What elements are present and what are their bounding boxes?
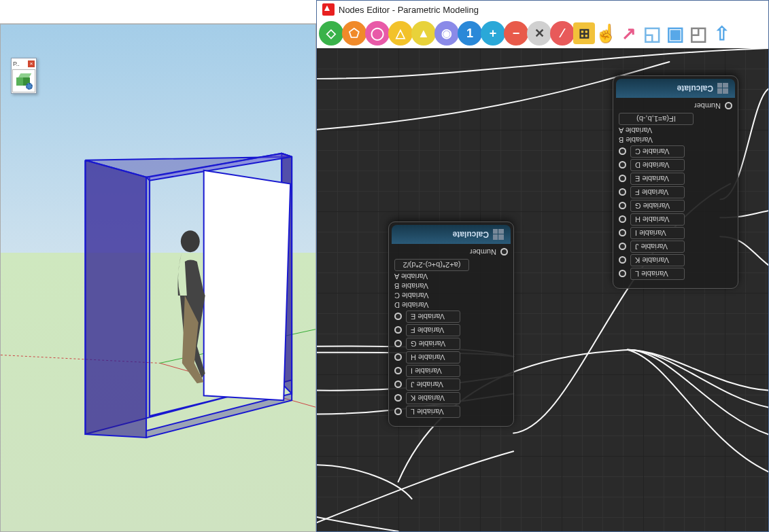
variable-field[interactable]: Variable G bbox=[406, 338, 460, 350]
variable-label: Variable B bbox=[619, 136, 653, 144]
formula-field[interactable]: IF(a=1,b,-b) bbox=[619, 113, 694, 125]
formula-field[interactable]: (a+2*(b+c)-2*d)/2 bbox=[394, 259, 469, 271]
variable-input-row[interactable]: Variable G bbox=[619, 200, 732, 212]
node-canvas[interactable]: Variable LVariable KVariable JVariable I… bbox=[317, 48, 768, 531]
add-icon[interactable]: + bbox=[481, 21, 505, 46]
input-port[interactable] bbox=[619, 216, 626, 224]
variable-input-row[interactable]: Variable J bbox=[619, 241, 732, 253]
variable-input-row[interactable]: Variable K bbox=[619, 254, 732, 266]
variable-field[interactable]: Variable J bbox=[406, 378, 460, 391]
variable-field[interactable]: Variable F bbox=[406, 324, 460, 336]
multiply-icon[interactable]: ✕ bbox=[527, 21, 551, 46]
variable-label-row: Variable B bbox=[619, 136, 732, 144]
input-port[interactable] bbox=[394, 327, 402, 334]
svg-point-4 bbox=[181, 230, 200, 252]
divide-icon[interactable]: ∕ bbox=[550, 21, 575, 46]
input-port[interactable] bbox=[619, 148, 626, 156]
push-icon[interactable]: ⇧ bbox=[709, 21, 734, 46]
formula-row: (a+2*(b+c)-2*d)/2 bbox=[394, 259, 508, 271]
variable-label: Variable A bbox=[619, 126, 652, 135]
union-icon[interactable]: ▣ bbox=[663, 21, 687, 46]
variable-input-row[interactable]: Variable C bbox=[619, 145, 732, 158]
input-port[interactable] bbox=[394, 354, 402, 361]
calculator-icon bbox=[717, 83, 728, 94]
extension-palette[interactable]: P.. × bbox=[11, 58, 37, 94]
variable-field[interactable]: Variable J bbox=[630, 241, 685, 253]
variable-field[interactable]: Variable K bbox=[406, 392, 460, 404]
input-port[interactable] bbox=[619, 202, 626, 210]
variable-input-row[interactable]: Variable G bbox=[394, 338, 508, 350]
variable-input-row[interactable]: Variable J bbox=[394, 378, 508, 391]
calculate-node[interactable]: Variable LVariable KVariable JVariable I… bbox=[388, 221, 514, 427]
input-port[interactable] bbox=[619, 189, 626, 196]
input-port[interactable] bbox=[394, 313, 402, 321]
variable-input-row[interactable]: Variable D bbox=[619, 159, 732, 171]
variable-field[interactable]: Variable L bbox=[406, 406, 460, 418]
input-port[interactable] bbox=[394, 368, 402, 375]
parametric-modeling-button[interactable] bbox=[12, 69, 35, 92]
variable-input-row[interactable]: Variable F bbox=[619, 186, 732, 198]
variable-input-row[interactable]: Variable I bbox=[619, 227, 732, 239]
variable-input-row[interactable]: Variable E bbox=[394, 311, 508, 323]
variable-field[interactable]: Variable I bbox=[406, 365, 460, 377]
model-scene[interactable] bbox=[1, 24, 315, 531]
calculate-node[interactable]: Variable LVariable KVariable JVariable I… bbox=[613, 75, 738, 289]
nodes-editor-window: Nodes Editor - Parametric Modeling ◇⬠◯△▲… bbox=[316, 0, 769, 532]
variable-input-row[interactable]: Variable F bbox=[394, 324, 508, 336]
variable-field[interactable]: Variable H bbox=[630, 213, 685, 226]
input-port[interactable] bbox=[619, 175, 626, 183]
intersect-icon[interactable]: ◱ bbox=[640, 21, 664, 46]
sketchup-viewport[interactable] bbox=[0, 24, 316, 532]
cylinder-icon[interactable]: ◯ bbox=[365, 21, 390, 46]
variable-input-row[interactable]: Variable K bbox=[394, 392, 508, 404]
formula-row: IF(a=1,b,-b) bbox=[619, 113, 732, 125]
node-title-bar[interactable]: Calculate bbox=[392, 225, 511, 244]
output-label: Number bbox=[470, 248, 496, 256]
variable-field[interactable]: Variable C bbox=[630, 145, 685, 158]
variable-input-row[interactable]: Variable E bbox=[619, 173, 732, 185]
variable-input-row[interactable]: Variable H bbox=[394, 351, 508, 363]
variable-input-row[interactable]: Variable I bbox=[394, 365, 508, 377]
output-port[interactable] bbox=[500, 249, 508, 256]
subtract-solid-icon[interactable]: ◰ bbox=[686, 21, 711, 46]
cube-gear-icon bbox=[16, 73, 31, 88]
input-port[interactable] bbox=[619, 162, 626, 169]
variable-field[interactable]: Variable H bbox=[406, 351, 460, 363]
variable-field[interactable]: Variable G bbox=[630, 200, 685, 212]
variable-field[interactable]: Variable K bbox=[630, 254, 685, 266]
variable-field[interactable]: Variable E bbox=[406, 311, 460, 323]
variable-label: Variable D bbox=[394, 301, 429, 309]
output-port[interactable] bbox=[725, 103, 732, 110]
variable-field[interactable]: Variable E bbox=[630, 173, 685, 185]
vector-icon[interactable]: ↗ bbox=[617, 21, 641, 46]
point-icon[interactable]: ☝ bbox=[594, 21, 618, 46]
input-port[interactable] bbox=[619, 270, 626, 278]
box-icon[interactable]: ◇ bbox=[319, 21, 343, 46]
variable-field[interactable]: Variable I bbox=[630, 227, 685, 239]
variable-label-row: Variable B bbox=[394, 282, 508, 290]
variable-input-row[interactable]: Variable H bbox=[619, 213, 732, 226]
input-port[interactable] bbox=[619, 243, 626, 251]
palette-titlebar[interactable]: P.. × bbox=[12, 58, 36, 69]
input-port[interactable] bbox=[394, 395, 402, 402]
close-icon[interactable]: × bbox=[28, 60, 35, 67]
variable-field[interactable]: Variable L bbox=[630, 268, 685, 280]
input-port[interactable] bbox=[394, 340, 402, 348]
input-port[interactable] bbox=[619, 257, 626, 264]
node-title-bar[interactable]: Calculate bbox=[616, 79, 735, 98]
prism-icon[interactable]: ⬠ bbox=[342, 21, 366, 46]
variable-input-row[interactable]: Variable L bbox=[394, 406, 508, 418]
sphere-icon[interactable]: ◉ bbox=[434, 21, 459, 46]
subtract-icon[interactable]: − bbox=[504, 21, 528, 46]
input-port[interactable] bbox=[394, 381, 402, 389]
number-node-icon[interactable]: 1 bbox=[458, 21, 482, 46]
pyramid-icon[interactable]: △ bbox=[388, 21, 413, 46]
calculate-icon[interactable]: ⊞ bbox=[573, 22, 595, 44]
variable-field[interactable]: Variable F bbox=[630, 186, 685, 198]
cone-icon[interactable]: ▲ bbox=[411, 21, 436, 46]
input-port[interactable] bbox=[619, 230, 626, 237]
variable-field[interactable]: Variable D bbox=[630, 159, 685, 171]
window-titlebar[interactable]: Nodes Editor - Parametric Modeling bbox=[317, 1, 768, 18]
variable-input-row[interactable]: Variable L bbox=[619, 268, 732, 280]
input-port[interactable] bbox=[394, 408, 402, 416]
